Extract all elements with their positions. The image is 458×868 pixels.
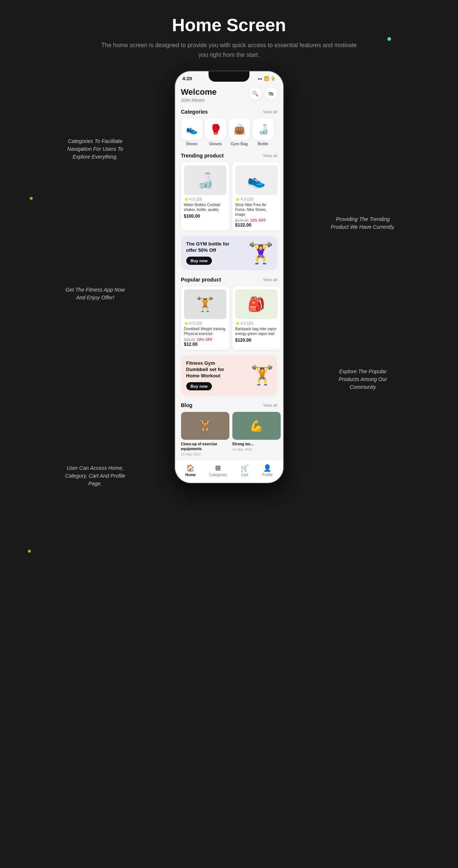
product-water-bottle[interactable]: 🍶 ⭐ 4.3 (10) Water Bottles Cocktail shak… xyxy=(181,162,229,231)
promo-banner-text: The GYM bottle for offer 50% Off xyxy=(186,241,233,254)
welcome-block: Welcome John Abram xyxy=(181,87,217,103)
nav-categories[interactable]: ⊞ Categories xyxy=(209,464,227,477)
header-icons: 🔍 🛍 xyxy=(249,87,277,100)
decorative-dot-yellow1 xyxy=(30,197,33,200)
category-gym-bag-label: Gym Bag xyxy=(231,142,248,146)
blog-view-all[interactable]: View all xyxy=(263,403,277,407)
battery-icon: 🔋 xyxy=(271,76,276,81)
promo-banner-image: 🏋️‍♀️ xyxy=(248,241,274,265)
popular-view-all[interactable]: View all xyxy=(263,277,277,282)
category-bottle-icon: 🍶 xyxy=(252,118,274,140)
product-dumbbell-discount: 10% OFF xyxy=(197,338,213,342)
phone-frame: 4:20 ▪▪▪ 📶 🔋 Welcome John Abram 🔍 🛍 xyxy=(174,71,284,483)
popular-title: Popular product xyxy=(181,277,221,283)
trending-title: Trending product xyxy=(181,153,224,159)
product-water-bottle-name: Water Bottles Cocktail shaker, bottle, q… xyxy=(184,202,226,212)
blog-title: Blog xyxy=(181,402,193,408)
user-name: John Abram xyxy=(181,98,217,103)
blog-post-1-image: 🏋️ xyxy=(181,412,229,440)
annotation-popular: Explore The Popular Products Among Our C… xyxy=(329,368,396,391)
product-dumbbell[interactable]: 🏋️ ⭐ 4.3 (10) Dumbbell Weight training P… xyxy=(181,286,229,350)
blog-post-1-date: 13 Sep, 2022 xyxy=(181,452,229,456)
popular-products-row: 🏋️ ⭐ 4.3 (10) Dumbbell Weight training P… xyxy=(175,285,283,354)
product-nike-shoe[interactable]: 👟 ⭐ 4.3 (10) Shoe Nike Free Air Force, N… xyxy=(232,162,281,231)
trending-header: Trending product View all xyxy=(175,150,283,161)
product-nike-shoe-discount: 10% OFF xyxy=(250,218,266,222)
phone-notch xyxy=(209,71,249,82)
product-nike-shoe-old-price: $140.00 xyxy=(235,218,249,222)
popular-promo-image: 🏋️ xyxy=(251,364,274,386)
product-water-bottle-image: 🍶 xyxy=(184,165,226,195)
nav-profile-label: Profile xyxy=(262,473,272,477)
product-water-bottle-price: $100.00 xyxy=(184,214,226,219)
home-icon: 🏠 xyxy=(186,464,194,472)
nav-cart-label: Cart xyxy=(241,473,248,477)
product-nike-shoe-rating: ⭐ 4.3 (10) xyxy=(235,197,278,201)
nav-cart[interactable]: 🛒 Cart xyxy=(241,464,249,477)
category-gloves-label: Gloves xyxy=(209,142,222,146)
phone-area: Categories To Facilitate Navigation For … xyxy=(62,71,396,483)
promo-buy-now-button[interactable]: Buy now xyxy=(186,257,212,265)
product-dumbbell-rating: ⭐ 4.3 (10) xyxy=(184,321,226,325)
cart-icon: 🛒 xyxy=(241,464,249,472)
annotation-categories: Categories To Facilitate Navigation For … xyxy=(62,137,129,161)
search-button[interactable]: 🔍 xyxy=(249,87,262,100)
blog-row: 🏋️ Close-up of exercise equipments 13 Se… xyxy=(175,410,283,460)
blog-post-2[interactable]: 💪 Strong wo... 13 Sep, 2022 xyxy=(232,412,281,456)
categories-icon: ⊞ xyxy=(215,464,221,472)
page-subtitle: The home screen is designed to provide y… xyxy=(99,40,359,59)
product-nike-shoe-image: 👟 xyxy=(235,165,278,195)
trending-products-row: 🍶 ⭐ 4.3 (10) Water Bottles Cocktail shak… xyxy=(175,161,283,234)
trending-view-all[interactable]: View all xyxy=(263,153,277,158)
categories-view-all[interactable]: View all xyxy=(263,110,277,114)
product-dumbbell-price: $12.00 xyxy=(184,342,226,347)
cart-button[interactable]: 🛍 xyxy=(265,87,277,100)
product-backpack-image: 🎒 xyxy=(235,289,278,319)
blog-post-2-image: 💪 xyxy=(232,412,281,440)
page-title: Home Screen xyxy=(99,15,359,35)
blog-post-2-title: Strong wo... xyxy=(232,442,281,446)
category-gym-bag-icon: 👜 xyxy=(229,118,250,140)
annotation-offer: Get The Fitness App Now And Enjoy Offer! xyxy=(62,286,129,302)
category-gym-bag[interactable]: 👜 Gym Bag xyxy=(229,118,250,146)
category-shoes[interactable]: 👟 Shoes xyxy=(181,118,203,146)
nav-categories-label: Categories xyxy=(209,473,227,477)
screen-header: Welcome John Abram 🔍 🛍 xyxy=(175,83,283,106)
popular-promo-button[interactable]: Buy now xyxy=(186,382,212,390)
product-dumbbell-image: 🏋️ xyxy=(184,289,226,319)
promo-banner-left: The GYM bottle for offer 50% Off Buy now xyxy=(186,241,233,265)
categories-header: Categories View all xyxy=(175,106,283,117)
profile-icon: 👤 xyxy=(263,464,271,472)
product-backpack-name: Backpack bag nike vapor energy green vap… xyxy=(235,326,278,336)
categories-row: 👟 Shoes 🥊 Gloves 👜 Gym Bag 🍶 Bottle xyxy=(175,117,283,150)
blog-header: Blog View all xyxy=(175,399,283,410)
product-water-bottle-rating: ⭐ 4.3 (10) xyxy=(184,197,226,201)
category-shoes-icon: 👟 xyxy=(181,118,203,140)
product-backpack[interactable]: 🎒 ⭐ 4.3 (10) Backpack bag nike vapor ene… xyxy=(232,286,281,350)
status-icons: ▪▪▪ 📶 🔋 xyxy=(258,76,276,81)
nav-home[interactable]: 🏠 Home xyxy=(186,464,196,477)
popular-promo-banner: Fitness Gym Dumbbell set for Home Workou… xyxy=(181,355,277,396)
nav-profile[interactable]: 👤 Profile xyxy=(262,464,272,477)
decorative-dot-yellow2 xyxy=(28,550,31,553)
welcome-text: Welcome xyxy=(181,87,217,97)
blog-post-2-date: 13 Sep, 2022 xyxy=(232,448,281,451)
nav-home-label: Home xyxy=(186,473,196,477)
category-bottle-label: Bottle xyxy=(258,142,268,146)
category-shoes-label: Shoes xyxy=(186,142,197,146)
category-gloves[interactable]: 🥊 Gloves xyxy=(205,118,226,146)
popular-promo-left: Fitness Gym Dumbbell set for Home Workou… xyxy=(186,360,233,390)
category-bottle[interactable]: 🍶 Bottle xyxy=(252,118,274,146)
status-time: 4:20 xyxy=(183,76,192,81)
product-nike-shoe-name: Shoe Nike Free Air Force, Nike Shoes, im… xyxy=(235,202,278,217)
blog-post-1[interactable]: 🏋️ Close-up of exercise equipments 13 Se… xyxy=(181,412,229,456)
promo-banner-gym-bottle: The GYM bottle for offer 50% Off Buy now… xyxy=(181,236,277,270)
bottom-nav: 🏠 Home ⊞ Categories 🛒 Cart 👤 Profile xyxy=(175,460,283,483)
product-backpack-price: $120.00 xyxy=(235,338,278,343)
decorative-dot-green xyxy=(387,37,391,41)
popular-header: Popular product View all xyxy=(175,274,283,285)
category-gloves-icon: 🥊 xyxy=(205,118,226,140)
phone-screen: 4:20 ▪▪▪ 📶 🔋 Welcome John Abram 🔍 🛍 xyxy=(175,71,283,482)
product-backpack-rating: ⭐ 4.3 (10) xyxy=(235,321,278,325)
annotation-nav: User Can Access Home, Category, Cart And… xyxy=(62,464,129,488)
